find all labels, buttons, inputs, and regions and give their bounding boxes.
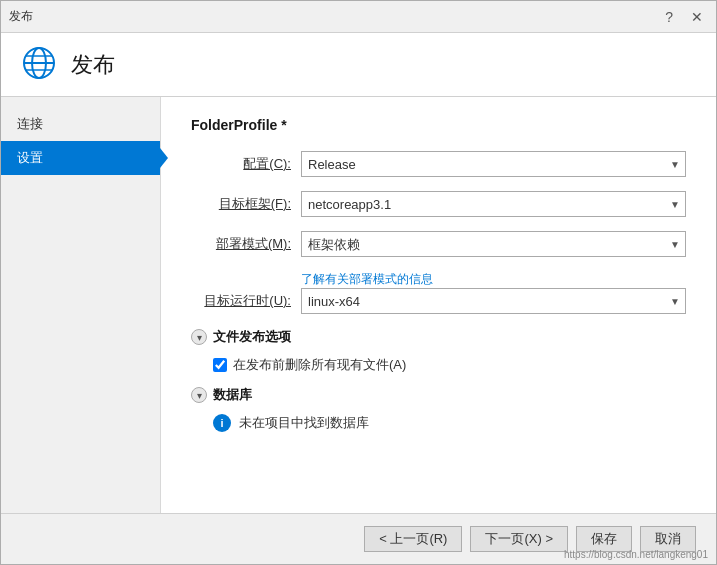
- database-title: 数据库: [213, 386, 252, 404]
- sidebar: 连接 设置: [1, 97, 161, 513]
- database-info-text: 未在项目中找到数据库: [239, 414, 369, 432]
- runtime-row: 目标运行时(U): linux-x64 win-x64 osx-x64 ▼: [191, 288, 686, 314]
- header-area: 发布: [1, 33, 716, 97]
- help-button[interactable]: ?: [660, 7, 678, 27]
- content-area: 连接 设置 FolderProfile * 配置(C): Release Deb…: [1, 97, 716, 513]
- title-bar: 发布 ? ✕: [1, 1, 716, 33]
- framework-select[interactable]: netcoreapp3.1 net5.0 net6.0: [301, 191, 686, 217]
- title-bar-left: 发布: [9, 8, 33, 25]
- next-button[interactable]: 下一页(X) >: [470, 526, 568, 552]
- file-publish-title: 文件发布选项: [213, 328, 291, 346]
- file-publish-toggle[interactable]: ▾: [191, 329, 207, 345]
- deploy-mode-control: 框架依赖 独立 ▼: [301, 231, 686, 257]
- main-panel: FolderProfile * 配置(C): Release Debug ▼ 目…: [161, 97, 716, 513]
- watermark-url: https://blog.csdn.net/langkeng01: [564, 549, 708, 560]
- info-icon: i: [213, 414, 231, 432]
- deploy-mode-select[interactable]: 框架依赖 独立: [301, 231, 686, 257]
- framework-row: 目标框架(F): netcoreapp3.1 net5.0 net6.0 ▼: [191, 191, 686, 217]
- config-control: Release Debug ▼: [301, 151, 686, 177]
- globe-icon: [21, 45, 57, 84]
- delete-files-row: 在发布前删除所有现有文件(A): [213, 356, 686, 374]
- sidebar-item-connect[interactable]: 连接: [1, 107, 160, 141]
- file-publish-section-header: ▾ 文件发布选项: [191, 328, 686, 346]
- prev-button[interactable]: < 上一页(R): [364, 526, 462, 552]
- deploy-mode-link[interactable]: 了解有关部署模式的信息: [301, 272, 433, 286]
- title-bar-right: ? ✕: [660, 7, 708, 27]
- runtime-control: linux-x64 win-x64 osx-x64 ▼: [301, 288, 686, 314]
- delete-files-checkbox[interactable]: [213, 358, 227, 372]
- framework-control: netcoreapp3.1 net5.0 net6.0 ▼: [301, 191, 686, 217]
- database-toggle[interactable]: ▾: [191, 387, 207, 403]
- title-bar-title: 发布: [9, 8, 33, 25]
- panel-title: FolderProfile *: [191, 117, 686, 133]
- database-body: i 未在项目中找到数据库: [213, 414, 686, 432]
- delete-files-label: 在发布前删除所有现有文件(A): [233, 356, 406, 374]
- framework-label: 目标框架(F):: [191, 195, 301, 213]
- file-publish-body: 在发布前删除所有现有文件(A): [213, 356, 686, 374]
- runtime-select[interactable]: linux-x64 win-x64 osx-x64: [301, 288, 686, 314]
- runtime-label: 目标运行时(U):: [191, 292, 301, 310]
- dialog: 发布 ? ✕ 发布 连接 设置: [0, 0, 717, 565]
- deploy-mode-label: 部署模式(M):: [191, 235, 301, 253]
- footer: < 上一页(R) 下一页(X) > 保存 取消 https://blog.csd…: [1, 513, 716, 564]
- config-label: 配置(C):: [191, 155, 301, 173]
- database-info-row: i 未在项目中找到数据库: [213, 414, 686, 432]
- config-row: 配置(C): Release Debug ▼: [191, 151, 686, 177]
- config-select[interactable]: Release Debug: [301, 151, 686, 177]
- sidebar-item-settings[interactable]: 设置: [1, 141, 160, 175]
- header-title: 发布: [71, 50, 115, 80]
- deploy-mode-row: 部署模式(M): 框架依赖 独立 ▼: [191, 231, 686, 257]
- database-section-header: ▾ 数据库: [191, 386, 686, 404]
- close-button[interactable]: ✕: [686, 7, 708, 27]
